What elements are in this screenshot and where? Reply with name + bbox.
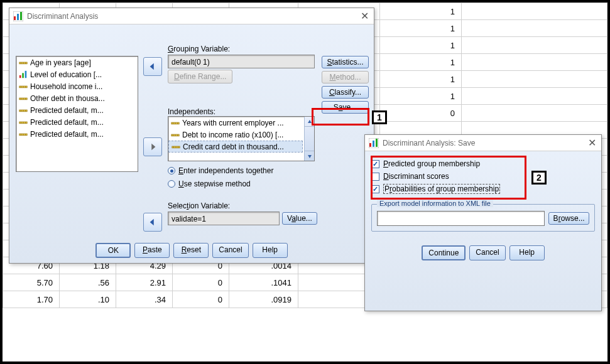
selection-variable-label: Selection Variable: bbox=[168, 201, 317, 210]
paste-button[interactable]: Paste bbox=[134, 243, 170, 258]
export-path-input[interactable] bbox=[377, 211, 545, 226]
save-dialog-title: Discriminant Analysis: Save bbox=[383, 139, 586, 147]
continue-button[interactable]: Continue bbox=[422, 245, 466, 260]
define-range-button: Define Range... bbox=[168, 70, 232, 83]
independents-label: Independents: bbox=[168, 107, 315, 116]
annotation-badge-2: 2 bbox=[531, 171, 547, 185]
svg-rect-9 bbox=[22, 73, 24, 78]
export-group-label: Export model information to XML file bbox=[377, 200, 493, 207]
predicted-group-checkbox[interactable]: Predicted group membership bbox=[371, 158, 595, 170]
grouping-variable-label: Grouping Variable: bbox=[168, 45, 315, 53]
grid-cell[interactable] bbox=[462, 54, 607, 71]
grid-cell[interactable]: 1 bbox=[380, 88, 462, 105]
discriminant-save-dialog: Discriminant Analysis: Save ✕ Predicted … bbox=[364, 134, 602, 311]
ok-button[interactable]: OK bbox=[95, 243, 131, 258]
grid-cell[interactable]: 0 bbox=[380, 105, 462, 122]
scroll-down-icon[interactable] bbox=[305, 151, 314, 161]
discriminant-analysis-dialog: Discriminant Analysis ✕ Age in years [ag… bbox=[9, 8, 374, 264]
svg-rect-43 bbox=[369, 143, 371, 147]
svg-rect-45 bbox=[376, 139, 378, 147]
reset-button[interactable]: Reset bbox=[173, 243, 209, 258]
svg-rect-1 bbox=[17, 14, 19, 20]
grid-cell[interactable]: 1 bbox=[380, 71, 462, 88]
grid-cell[interactable]: 1 bbox=[380, 3, 462, 20]
grid-cell[interactable]: 1 bbox=[380, 20, 462, 37]
independent-item[interactable]: Credit card debt in thousand... bbox=[168, 141, 303, 153]
move-to-selection-button[interactable] bbox=[143, 213, 162, 232]
checkbox-icon bbox=[371, 160, 379, 168]
probabilities-checkbox[interactable]: Probabilities of group membership bbox=[371, 183, 595, 195]
annotation-badge-1: 1 bbox=[372, 110, 387, 124]
independent-item[interactable]: Years with current employer ... bbox=[168, 117, 303, 129]
enter-independents-together-radio[interactable]: Enter independents together bbox=[168, 165, 315, 176]
help-button[interactable]: Help bbox=[253, 243, 288, 258]
grid-cell[interactable] bbox=[462, 3, 607, 20]
grid-cell[interactable]: 2.91 bbox=[116, 274, 173, 291]
variable-item[interactable]: Age in years [age] bbox=[16, 56, 138, 68]
cancel-button[interactable]: Cancel bbox=[469, 245, 505, 260]
grid-cell[interactable]: .0919 bbox=[229, 291, 298, 308]
browse-button[interactable]: Browse... bbox=[548, 212, 589, 225]
independent-item[interactable]: Debt to income ratio (x100) [... bbox=[168, 129, 303, 141]
grid-cell[interactable]: 0 bbox=[173, 291, 229, 308]
grid-cell[interactable]: 1.70 bbox=[3, 291, 60, 308]
independents-scrollbar[interactable] bbox=[304, 117, 314, 161]
close-icon[interactable]: ✕ bbox=[359, 10, 370, 22]
variable-item[interactable]: Predicted default, m... bbox=[16, 116, 138, 128]
independents-list[interactable]: Years with current employer ...Debt to i… bbox=[168, 116, 315, 161]
dialog-titlebar: Discriminant Analysis ✕ bbox=[9, 8, 374, 24]
selection-variable-field[interactable]: validate=1 bbox=[168, 211, 280, 225]
close-icon[interactable]: ✕ bbox=[586, 137, 597, 149]
cancel-button[interactable]: Cancel bbox=[212, 243, 248, 258]
app-icon bbox=[369, 138, 379, 148]
variable-item[interactable]: Other debt in thousa... bbox=[16, 92, 138, 104]
radio-dot-icon bbox=[168, 167, 175, 174]
grid-cell[interactable]: 1 bbox=[380, 37, 462, 54]
help-button[interactable]: Help bbox=[509, 245, 545, 260]
grid-cell[interactable]: 1 bbox=[380, 54, 462, 71]
move-to-grouping-button[interactable] bbox=[143, 57, 162, 76]
svg-rect-10 bbox=[25, 70, 27, 77]
svg-rect-2 bbox=[20, 12, 22, 20]
grid-cell[interactable]: .34 bbox=[116, 291, 173, 308]
classify-button[interactable]: Classify... bbox=[322, 86, 369, 99]
grid-cell[interactable]: 0 bbox=[173, 274, 229, 291]
checkbox-icon bbox=[371, 173, 379, 181]
grid-cell[interactable] bbox=[462, 105, 607, 122]
discriminant-scores-checkbox[interactable]: Discriminant scores bbox=[371, 170, 595, 183]
value-button[interactable]: Value... bbox=[282, 212, 317, 225]
svg-rect-44 bbox=[373, 141, 374, 147]
variable-item[interactable]: Level of education [... bbox=[16, 68, 138, 80]
save-button[interactable]: Save... bbox=[322, 101, 369, 114]
grid-cell[interactable] bbox=[462, 20, 607, 37]
grid-cell[interactable] bbox=[462, 71, 607, 88]
svg-rect-8 bbox=[19, 75, 21, 77]
grid-cell[interactable]: .56 bbox=[60, 274, 116, 291]
grid-cell[interactable] bbox=[462, 88, 607, 105]
dialog-title: Discriminant Analysis bbox=[27, 12, 359, 21]
grid-cell[interactable]: 5.70 bbox=[3, 274, 60, 291]
app-icon bbox=[13, 11, 23, 21]
move-to-independents-button[interactable] bbox=[143, 137, 162, 156]
grid-cell[interactable]: .10 bbox=[60, 291, 116, 308]
method-button: Method... bbox=[322, 71, 369, 83]
use-stepwise-radio[interactable]: Use stepwise method bbox=[168, 178, 315, 190]
variable-item[interactable]: Household income i... bbox=[16, 80, 138, 92]
variable-source-list[interactable]: Age in years [age]Level of education [..… bbox=[16, 56, 138, 172]
variable-item[interactable]: Predicted default, m... bbox=[16, 128, 138, 140]
grid-cell[interactable] bbox=[462, 37, 607, 54]
grid-cell[interactable]: .1041 bbox=[229, 274, 298, 291]
scroll-up-icon[interactable] bbox=[305, 117, 314, 127]
grouping-variable-field[interactable]: default(0 1) bbox=[168, 55, 315, 68]
figure-frame: .10441.43691.23361.81711.11341.66391.515… bbox=[0, 0, 610, 364]
dialog-button-row: OK Paste Reset Cancel Help bbox=[9, 243, 374, 258]
statistics-button[interactable]: Statistics... bbox=[322, 56, 369, 68]
checkbox-icon bbox=[371, 185, 379, 193]
variable-item[interactable]: Predicted default, m... bbox=[16, 104, 138, 116]
svg-rect-0 bbox=[14, 16, 16, 20]
save-dialog-titlebar: Discriminant Analysis: Save ✕ bbox=[365, 135, 601, 151]
radio-dot-icon bbox=[168, 180, 175, 188]
